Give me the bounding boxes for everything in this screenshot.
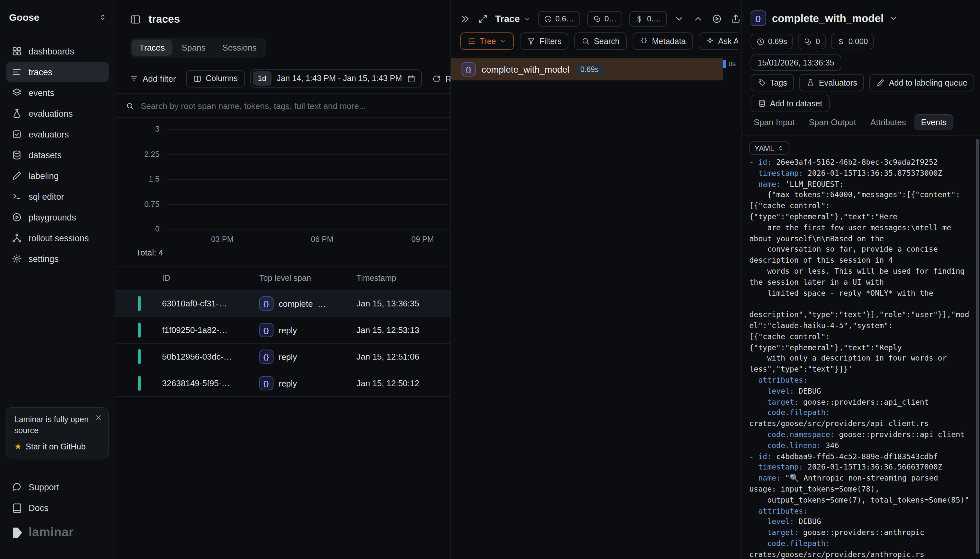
sidebar-item-events[interactable]: events: [6, 83, 109, 103]
tags-button[interactable]: Tags: [751, 74, 794, 91]
span-type-icon: {}: [751, 10, 766, 26]
column-header-top-level-span[interactable]: Top level span: [259, 266, 311, 290]
status-bar: [138, 322, 141, 337]
chevron-up-icon[interactable]: [693, 13, 704, 24]
trace-type-select[interactable]: Trace: [495, 13, 531, 24]
yaml-line: code.namespace: goose::providers::api_cl…: [749, 429, 979, 440]
x-axis-tick: 06 PM: [311, 235, 333, 244]
laminar-app: Goose dashboardstraceseventsevaluationse…: [0, 0, 980, 559]
chevron-down-icon: [500, 38, 507, 45]
tab-spans[interactable]: Spans: [174, 40, 214, 56]
layers-icon: [12, 88, 22, 98]
tab-events[interactable]: Events: [914, 114, 954, 131]
clock-icon: [756, 37, 765, 46]
workspace-switcher[interactable]: Goose: [9, 12, 107, 23]
add-to-labeling-queue-button[interactable]: Add to labeling queue: [869, 74, 975, 91]
yaml-line: are the first few user messages:\ntell m…: [749, 222, 979, 233]
sidebar-item-support[interactable]: Support: [6, 477, 109, 497]
flask-icon: [807, 78, 815, 87]
y-axis-tick: 0: [115, 224, 160, 233]
tree-view-select[interactable]: Tree: [460, 32, 514, 50]
metadata-button[interactable]: Metadata: [633, 32, 693, 50]
add-filter-button[interactable]: Add filter: [124, 69, 181, 88]
trace-view-panel: Trace 0.6… 0… 0.…: [450, 0, 741, 559]
trace-view-controls: Tree Filters Search Metadata Ask AI: [460, 32, 738, 50]
columns-button[interactable]: Columns: [186, 70, 245, 87]
laminar-logo-icon: [10, 526, 24, 539]
chevron-down-icon: [889, 14, 898, 22]
traces-tab-bar: Traces Spans Sessions: [130, 38, 266, 58]
collapse-panel-icon[interactable]: [460, 13, 470, 24]
chevron-down-icon[interactable]: [675, 13, 685, 24]
span-type-icon: {}: [462, 62, 476, 76]
play-circle-icon[interactable]: [712, 13, 723, 24]
sidebar-item-evaluators[interactable]: evaluators: [6, 124, 109, 144]
yaml-line: [749, 299, 979, 310]
trace-duration-chip: 0.6…: [538, 11, 580, 26]
sidebar-item-datasets[interactable]: datasets: [6, 145, 109, 165]
gridline: [167, 179, 449, 180]
trace-row[interactable]: f1f09250-1a82-…{}replyJan 15, 12:53:13: [115, 317, 450, 344]
yaml-line: {"max_tokens":64000,"messages":[{"conten…: [749, 190, 979, 201]
filters-button[interactable]: Filters: [520, 32, 569, 50]
panel-toggle-icon[interactable]: [130, 13, 141, 25]
scrollbar[interactable]: [976, 139, 979, 554]
tab-attributes[interactable]: Attributes: [865, 114, 912, 131]
sidebar-item-sql-editor[interactable]: sql editor: [6, 187, 109, 206]
tab-span-output[interactable]: Span Output: [803, 114, 862, 131]
sidebar-item-playgrounds[interactable]: playgrounds: [6, 208, 109, 227]
tab-span-input[interactable]: Span Input: [748, 114, 800, 131]
braces-icon: [640, 37, 648, 45]
yaml-line: about yourself\n\nBased on the: [749, 233, 979, 244]
trace-row[interactable]: 63010af0-cf31-…{}complete_…Jan 15, 13:36…: [115, 291, 450, 317]
column-header-timestamp[interactable]: Timestamp: [356, 266, 396, 290]
trace-row[interactable]: 32638149-5f95-…{}replyJan 15, 12:50:12: [115, 370, 450, 397]
star-icon: ★: [14, 443, 22, 451]
yaml-line: {"type":"ephemeral"},"text":"Here: [749, 212, 979, 222]
search-icon: [582, 37, 590, 45]
yaml-line: output_tokens=Some(7), total_tokens=Some…: [749, 495, 979, 506]
expand-icon[interactable]: [478, 13, 488, 24]
span-name: reply: [279, 379, 297, 388]
sidebar-item-rollout-sessions[interactable]: rollout sessions: [6, 228, 109, 248]
span-tokens-chip: 0: [798, 34, 826, 49]
traces-search-input[interactable]: Search by root span name, tokens, tags, …: [115, 93, 450, 118]
sidebar-item-settings[interactable]: settings: [6, 249, 109, 268]
span-row-complete-with-model[interactable]: {} complete_with_model 0.69s: [451, 58, 723, 80]
refresh-button[interactable]: Refresh: [427, 69, 450, 88]
format-select[interactable]: YAML: [749, 141, 790, 155]
tab-sessions[interactable]: Sessions: [214, 40, 264, 56]
events-yaml-view[interactable]: - id: 26ee3af4-5162-46b2-8bec-3c9ada2f92…: [749, 157, 979, 559]
sidebar-item-traces[interactable]: traces: [6, 62, 109, 82]
close-icon[interactable]: [95, 414, 102, 422]
database-icon: [12, 150, 22, 160]
share-icon[interactable]: [731, 13, 741, 24]
banner-cta-label: Star it on GitHub: [26, 442, 86, 452]
evaluators-button[interactable]: Evaluators: [800, 74, 864, 91]
add-to-dataset-button[interactable]: Add to dataset: [751, 95, 829, 112]
date-range-control[interactable]: 1d Jan 14, 1:43 PM - Jan 15, 1:43 PM: [250, 69, 422, 88]
range-badge: 1d: [252, 71, 272, 86]
yaml-line: target: goose::providers::api_client: [749, 397, 979, 408]
span-actions: Tags Evaluators Add to labeling queue: [751, 74, 975, 91]
ask-ai-button[interactable]: Ask AI: [699, 32, 738, 50]
yaml-line: less","type":"text"}]}': [749, 364, 979, 375]
github-star-link[interactable]: ★ Star it on GitHub: [14, 442, 101, 452]
divider: [741, 135, 980, 136]
coins-icon: [593, 15, 601, 23]
span-detail-header[interactable]: {} complete_with_model: [751, 10, 898, 26]
columns-icon: [193, 74, 202, 83]
total-count: Total: 4: [136, 248, 163, 258]
search-button[interactable]: Search: [574, 32, 627, 50]
column-header-id[interactable]: ID: [162, 266, 170, 290]
logo-text: laminar: [28, 525, 74, 539]
sidebar-item-evaluations[interactable]: evaluations: [6, 104, 109, 123]
tab-traces[interactable]: Traces: [132, 40, 173, 56]
top-level-span-cell: {}reply: [259, 349, 297, 364]
sidebar-item-docs[interactable]: Docs: [6, 498, 109, 518]
sidebar-item-label: datasets: [28, 150, 61, 160]
trace-row[interactable]: 50b12956-03dc-…{}replyJan 15, 12:51:06: [115, 344, 450, 370]
sidebar-item-dashboards[interactable]: dashboards: [6, 41, 109, 61]
sidebar-item-labeling[interactable]: labeling: [6, 166, 109, 185]
yaml-line: limited space - reply *ONLY* with the: [749, 288, 979, 299]
